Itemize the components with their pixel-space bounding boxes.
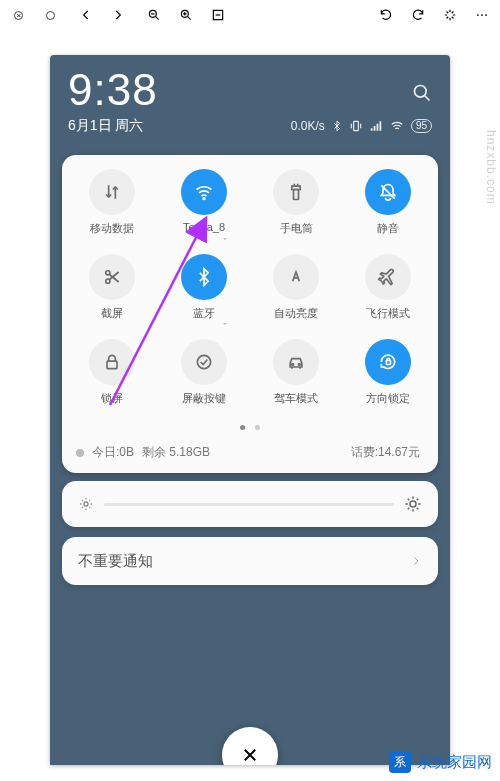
data-today: 今日:0B	[92, 444, 134, 461]
zoom-in-icon[interactable]	[178, 7, 194, 23]
tile-mobile-data[interactable]: 移动数据	[66, 169, 158, 236]
page-dot-2	[255, 425, 260, 430]
logo-icon: 系	[389, 751, 411, 773]
tile-label: 自动亮度	[274, 306, 318, 321]
svg-rect-9	[294, 190, 299, 200]
rotate-cw-icon[interactable]	[410, 7, 426, 23]
quick-settings-panel: 移动数据Tenda_8手电筒静音截屏蓝牙自动亮度飞行模式锁屏屏蔽按键驾车模式方向…	[62, 155, 438, 473]
watermark-text: 系统家园网	[417, 753, 492, 772]
wifi-icon	[389, 119, 405, 133]
brightness-track[interactable]	[104, 503, 394, 506]
chevron-down-icon	[222, 313, 228, 319]
close-icon[interactable]: ×	[10, 7, 26, 23]
data-usage-bar[interactable]: 今日:0B 剩余 5.18GB 话费:14.67元	[66, 440, 434, 465]
torch-icon[interactable]	[273, 169, 319, 215]
viewer-right-group	[378, 7, 490, 23]
tiles-grid: 移动数据Tenda_8手电筒静音截屏蓝牙自动亮度飞行模式锁屏屏蔽按键驾车模式方向…	[66, 169, 434, 406]
brightness-slider[interactable]	[62, 481, 438, 527]
tile-torch[interactable]: 手电筒	[250, 169, 342, 236]
low-notif-label: 不重要通知	[78, 552, 153, 571]
tile-auto-bright[interactable]: 自动亮度	[250, 254, 342, 321]
net-speed: 0.0K/s	[291, 119, 325, 133]
svg-point-17	[84, 502, 88, 506]
scissors-icon[interactable]	[89, 254, 135, 300]
viewer-zoom-group	[146, 7, 226, 23]
wifi-icon[interactable]	[181, 169, 227, 215]
airplane-icon[interactable]	[365, 254, 411, 300]
tile-rotation-lock[interactable]: 方向锁定	[342, 339, 434, 406]
bluetooth-icon	[331, 120, 343, 132]
rotation-lock-icon[interactable]	[365, 339, 411, 385]
svg-point-8	[203, 198, 205, 200]
zoom-out-icon[interactable]	[146, 7, 162, 23]
bluetooth-icon[interactable]	[181, 254, 227, 300]
vibrate-icon	[349, 119, 363, 133]
svg-point-13	[197, 355, 210, 368]
svg-point-7	[415, 86, 427, 98]
tile-airplane[interactable]: 飞行模式	[342, 254, 434, 321]
svg-rect-12	[107, 361, 117, 369]
rotate-ccw-icon[interactable]	[378, 7, 394, 23]
svg-point-11	[106, 279, 110, 283]
close-button[interactable]	[222, 727, 278, 765]
nav-hide-icon[interactable]	[181, 339, 227, 385]
status-area: 9:38 6月1日 周六 0.0K/s 95	[50, 55, 450, 141]
chevron-right-icon	[410, 555, 422, 567]
svg-point-15	[299, 364, 301, 366]
tile-wifi[interactable]: Tenda_8	[158, 169, 250, 236]
fit-icon[interactable]	[210, 7, 226, 23]
data-remain: 剩余 5.18GB	[142, 444, 210, 461]
tile-label: 蓝牙	[193, 306, 215, 321]
battery-pill: 95	[411, 119, 432, 133]
viewer-nav-group	[78, 7, 126, 23]
tile-lock[interactable]: 锁屏	[66, 339, 158, 406]
sparkle-icon[interactable]	[442, 7, 458, 23]
svg-rect-16	[386, 360, 390, 364]
brightness-auto-icon[interactable]	[273, 254, 319, 300]
tile-label: 移动数据	[90, 221, 134, 236]
signal-icon	[369, 119, 383, 133]
tile-label: 飞行模式	[366, 306, 410, 321]
tile-label: Tenda_8	[183, 221, 225, 233]
tile-label: 屏蔽按键	[182, 391, 226, 406]
back-icon[interactable]	[78, 7, 94, 23]
dot-icon	[76, 449, 84, 457]
brightness-low-icon	[78, 496, 94, 512]
page-indicator	[66, 416, 434, 434]
svg-point-4	[481, 14, 483, 16]
svg-point-14	[292, 364, 294, 366]
forward-icon[interactable]	[110, 7, 126, 23]
svg-rect-6	[354, 121, 359, 130]
lock-icon[interactable]	[89, 339, 135, 385]
collapse-icon[interactable]	[42, 7, 58, 23]
svg-point-5	[485, 14, 487, 16]
mute-icon[interactable]	[365, 169, 411, 215]
tile-nav-hide[interactable]: 屏蔽按键	[158, 339, 250, 406]
watermark-logo: 系 系统家园网	[389, 751, 492, 773]
viewer-toolbar: ×	[0, 0, 500, 30]
clock: 9:38	[68, 65, 432, 115]
low-priority-notifications[interactable]: 不重要通知	[62, 537, 438, 585]
status-icons: 0.0K/s 95	[291, 119, 432, 133]
tile-screenshot[interactable]: 截屏	[66, 254, 158, 321]
svg-point-10	[106, 271, 110, 275]
tile-label: 截屏	[101, 306, 123, 321]
phone-frame: 9:38 6月1日 周六 0.0K/s 95 移动数据Tenda_8手电筒静音截…	[50, 55, 450, 765]
more-icon[interactable]	[474, 7, 490, 23]
tile-label: 静音	[377, 221, 399, 236]
tile-label: 锁屏	[101, 391, 123, 406]
page-dot-1	[240, 425, 245, 430]
tile-label: 驾车模式	[274, 391, 318, 406]
status-date: 6月1日 周六	[68, 117, 143, 135]
close-icon	[241, 746, 259, 764]
tile-driving[interactable]: 驾车模式	[250, 339, 342, 406]
car-icon[interactable]	[273, 339, 319, 385]
swap-vert-icon[interactable]	[89, 169, 135, 215]
watermark-side: hnzxbb.com	[484, 130, 498, 205]
tile-label: 方向锁定	[366, 391, 410, 406]
tile-label: 手电筒	[280, 221, 313, 236]
search-icon[interactable]	[412, 83, 432, 107]
tile-mute[interactable]: 静音	[342, 169, 434, 236]
svg-point-18	[410, 501, 416, 507]
tile-bluetooth[interactable]: 蓝牙	[158, 254, 250, 321]
